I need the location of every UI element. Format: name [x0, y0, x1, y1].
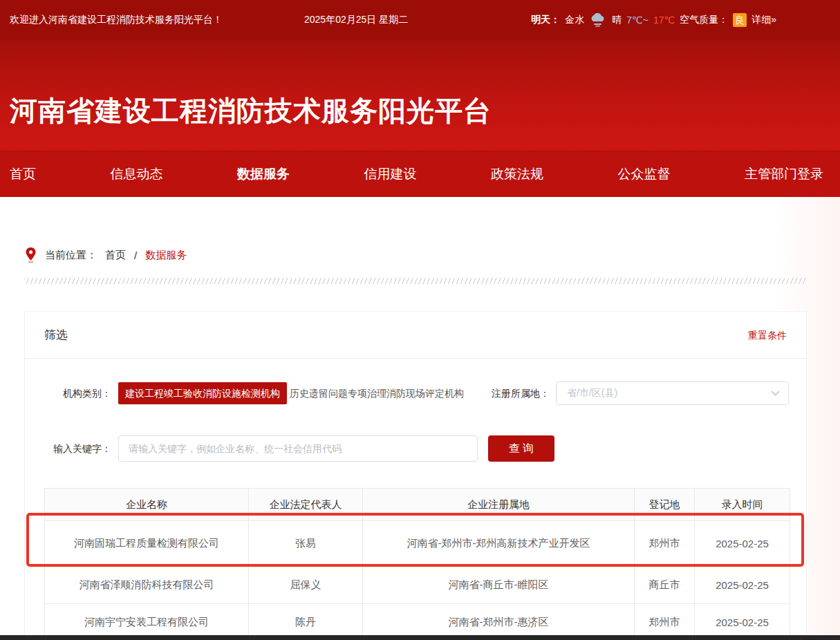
category-option-active-button[interactable]: 建设工程竣工验收消防设施检测机构 [118, 382, 287, 404]
nav-item-supervision[interactable]: 公众监督 [618, 165, 671, 183]
air-quality-label: 空气质量： [680, 14, 728, 26]
welcome-text: 欢迎进入河南省建设工程消防技术服务阳光平台！ [10, 14, 223, 26]
col-header-company: 企业名称 [45, 489, 249, 521]
weather-condition: 晴 [612, 14, 622, 26]
cell-company: 河南固瑞工程质量检测有限公司 [45, 521, 249, 567]
breadcrumb-current[interactable]: 数据服务 [145, 249, 187, 262]
cell-entry-date: 2025-02-25 [695, 567, 790, 604]
nav-item-credit[interactable]: 信用建设 [364, 165, 417, 183]
cloud-icon [589, 13, 607, 27]
cell-company: 河南省泽顺消防科技有限公司 [45, 567, 249, 604]
page: 欢迎进入河南省建设工程消防技术服务阳光平台！ 2025年02月25日 星期二 明… [0, 0, 840, 640]
col-header-entry-date: 录入时间 [695, 489, 790, 521]
banner: 河南省建设工程消防技术服务阳光平台 [0, 40, 840, 151]
reset-filter-link[interactable]: 重置条件 [748, 330, 787, 342]
date-text: 2025年02月25日 星期二 [304, 14, 408, 26]
temp-low: 7℃~ [626, 15, 648, 26]
breadcrumb-prefix: 当前位置： [45, 249, 97, 262]
region-label: 注册所属地： [492, 381, 550, 406]
chevron-down-icon [771, 390, 780, 396]
table-row: 河南固瑞工程质量检测有限公司 张易 河南省-郑州市-郑州高新技术产业开发区 郑州… [45, 521, 790, 567]
category-option-inactive[interactable]: 历史遗留问题专项治理消防现场评定机构 [290, 381, 464, 406]
weather-location: 金水 [565, 14, 584, 26]
tomorrow-label: 明天： [531, 14, 560, 26]
region-select[interactable]: 省/市/区(县) [556, 382, 789, 405]
search-button[interactable]: 查 询 [488, 435, 554, 462]
breadcrumb-home[interactable]: 首页 [105, 249, 126, 262]
category-row: 机构类别： 建设工程竣工验收消防设施检测机构 历史遗留问题专项治理消防现场评定机… [25, 381, 806, 406]
nav-item-data-service[interactable]: 数据服务 [237, 165, 290, 183]
table-header-row: 企业名称 企业法定代表人 企业注册属地 登记地 录入时间 [45, 489, 790, 521]
result-table: 企业名称 企业法定代表人 企业注册属地 登记地 录入时间 河南固瑞工程质量检测有… [44, 488, 790, 640]
filter-title: 筛选 [44, 327, 68, 343]
keyword-row: 输入关键字： 查 询 [25, 435, 806, 462]
bottom-strip [0, 635, 840, 640]
nav-item-admin-login[interactable]: 主管部门登录 [745, 165, 823, 183]
cell-legal-rep: 张易 [249, 521, 363, 567]
category-label: 机构类别： [25, 381, 111, 406]
cell-legal-rep: 屈保义 [249, 567, 363, 604]
nav-item-policy[interactable]: 政策法规 [491, 165, 543, 183]
main-nav: 首页 信息动态 数据服务 信用建设 政策法规 公众监督 主管部门登录 [0, 151, 840, 197]
cell-record-city: 郑州市 [635, 521, 695, 567]
nav-item-news[interactable]: 信息动态 [111, 165, 163, 183]
region-select-placeholder: 省/市/区(县) [567, 387, 771, 399]
filter-card: 筛选 重置条件 机构类别： 建设工程竣工验收消防设施检测机构 历史遗留问题专项治… [24, 311, 807, 640]
cell-registered-region: 河南省-商丘市-睢阳区 [363, 567, 635, 604]
content-area: 当前位置： 首页 / 数据服务 筛选 重置条件 机构类别： 建设工程竣工验收消防… [0, 197, 840, 640]
slash-divider [24, 278, 807, 284]
cell-entry-date: 2025-02-25 [695, 521, 790, 567]
air-quality-badge: 良 [733, 13, 747, 27]
temp-high: 17℃ [653, 15, 675, 26]
filter-divider [25, 358, 806, 359]
breadcrumb-separator: / [134, 250, 137, 261]
weather-widget: 明天： 金水 晴 7℃~ 17℃ 空气质量： 良 详细» [531, 13, 776, 27]
cell-record-city: 商丘市 [635, 567, 695, 604]
weather-detail-link[interactable]: 详细» [752, 14, 776, 26]
col-header-legal-rep: 企业法定代表人 [249, 489, 363, 521]
keyword-label: 输入关键字： [25, 435, 111, 462]
topbar: 欢迎进入河南省建设工程消防技术服务阳光平台！ 2025年02月25日 星期二 明… [0, 0, 840, 40]
col-header-record-city: 登记地 [635, 489, 695, 521]
col-header-registered-region: 企业注册属地 [363, 489, 635, 521]
keyword-input[interactable] [118, 435, 478, 462]
site-title: 河南省建设工程消防技术服务阳光平台 [10, 92, 492, 130]
breadcrumb: 当前位置： 首页 / 数据服务 [25, 247, 187, 263]
table-row: 河南省泽顺消防科技有限公司 屈保义 河南省-商丘市-睢阳区 商丘市 2025-0… [45, 567, 790, 604]
cell-registered-region: 河南省-郑州市-郑州高新技术产业开发区 [363, 521, 635, 567]
location-pin-icon [25, 247, 37, 263]
nav-item-home[interactable]: 首页 [10, 165, 36, 183]
